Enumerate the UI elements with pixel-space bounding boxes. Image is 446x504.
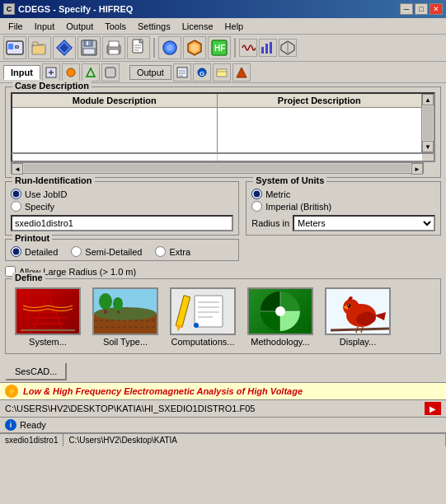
toolbar-small-2[interactable] (62, 63, 80, 82)
minimize-button[interactable]: ─ (400, 3, 413, 15)
toolbar-wave-btn[interactable] (239, 39, 257, 57)
status-icon: ⚡ (5, 385, 18, 398)
svg-rect-25 (265, 44, 268, 54)
detailed-radio[interactable] (11, 246, 21, 257)
define-method-label: Methodology... (251, 337, 309, 347)
module-desc-input[interactable] (12, 108, 217, 151)
title-bar-text: C CDEGS - Specify - HIFREQ (3, 3, 133, 15)
define-comp-label: Computations... (171, 337, 234, 347)
define-soil-img (92, 287, 158, 335)
toolbar-doc-btn[interactable] (127, 36, 150, 59)
window-title: CDEGS - Specify - HIFREQ (18, 4, 133, 14)
specify-row: Specify (11, 201, 233, 212)
project-desc-input[interactable] (218, 108, 422, 151)
toolbar-open-btn[interactable] (28, 36, 51, 59)
svg-marker-42 (237, 68, 246, 77)
toolbar-small-3[interactable] (82, 63, 100, 82)
scroll-down[interactable]: ▼ (422, 141, 434, 152)
toolbar-hex-btn[interactable] (183, 36, 206, 59)
svg-rect-33 (106, 68, 115, 77)
define-method-img (247, 287, 313, 335)
menu-output[interactable]: Output (61, 20, 98, 33)
units-radios: Metric Imperial (British) (251, 189, 435, 212)
svg-text:HF: HF (214, 44, 225, 53)
menu-file[interactable]: File (3, 20, 28, 33)
toolbar-3d-btn[interactable] (279, 39, 297, 57)
toolbar-green-btn[interactable]: HF (208, 36, 231, 59)
semi-detailed-radio[interactable] (71, 246, 82, 257)
toolbar-output-4[interactable] (232, 63, 251, 82)
info-icon: i (5, 419, 16, 431)
imperial-radio[interactable] (251, 201, 262, 212)
define-title: Define (12, 273, 45, 282)
metric-radio[interactable] (251, 189, 262, 199)
menu-settings[interactable]: Settings (133, 20, 176, 33)
toolbar-output-3[interactable] (213, 63, 231, 82)
hscroll-left[interactable]: ◄ (12, 163, 23, 175)
svg-rect-9 (83, 49, 95, 54)
radius-label: Radius in (251, 218, 289, 228)
semi-detailed-label: Semi-Detailed (85, 247, 142, 257)
svg-rect-40 (217, 69, 227, 77)
metric-row: Metric (251, 189, 435, 199)
status-message-bar: ⚡ Low & High Frequency Electromagnetic A… (0, 382, 446, 400)
printout-group: Printout Detailed Semi-Detailed (5, 239, 239, 261)
menu-help[interactable]: Help (220, 20, 249, 33)
jobid-input[interactable] (11, 215, 233, 231)
toolbar-output-1[interactable] (173, 63, 191, 82)
menu-license[interactable]: License (177, 20, 218, 33)
tab-input[interactable]: Input (3, 65, 40, 80)
case-description-title: Case Description (12, 81, 92, 91)
hscroll-right[interactable]: ► (411, 163, 423, 175)
define-display[interactable]: Display... (321, 287, 395, 347)
define-soil-label: Soil Type... (103, 337, 148, 347)
toolbar-chart-btn[interactable] (259, 39, 277, 57)
close-button[interactable]: ✕ (430, 3, 443, 15)
tab-output[interactable]: Output (129, 65, 171, 80)
specify-radio[interactable] (11, 201, 21, 212)
svg-rect-10 (87, 41, 88, 45)
toolbar-id-btn[interactable]: ID (3, 36, 26, 59)
define-system-label: System... (29, 337, 67, 347)
svg-point-76 (348, 305, 350, 306)
toolbar-circle-btn[interactable] (158, 36, 181, 59)
printout-title: Printout (12, 233, 52, 243)
detailed-label: Detailed (25, 247, 58, 257)
toolbar-print-btn[interactable] (102, 36, 125, 59)
run-id-section: Run-Identification Use JobID Specify (5, 181, 239, 264)
sescad-button[interactable]: SesCAD... (5, 362, 67, 380)
use-jobid-radio[interactable] (11, 189, 21, 199)
menu-input[interactable]: Input (30, 20, 59, 33)
svg-rect-12 (109, 41, 119, 47)
svg-text:G: G (200, 70, 204, 77)
ready-bar: i Ready (0, 418, 446, 433)
define-computations[interactable]: Computations... (166, 287, 240, 347)
module-desc-header: Module Description (12, 94, 217, 108)
define-system[interactable]: System... (11, 287, 85, 347)
toolbar-diamond-btn[interactable] (53, 36, 76, 59)
semi-detailed-row: Semi-Detailed (71, 246, 142, 257)
svg-point-66 (194, 323, 199, 328)
define-soil[interactable]: Soil Type... (88, 287, 162, 347)
toolbar-sep-1 (153, 38, 155, 58)
main-content: Case Description Module Description Proj… (0, 83, 446, 361)
toolbar-small-4[interactable] (101, 63, 120, 82)
radius-select[interactable]: Meters Feet Inches (293, 215, 435, 231)
toolbar-save-btn[interactable] (77, 36, 101, 59)
toolbar-output-2[interactable]: G (193, 63, 211, 82)
svg-point-55 (113, 297, 123, 310)
scroll-up[interactable]: ▲ (422, 94, 434, 105)
maximize-button[interactable]: □ (415, 3, 428, 15)
menu-tools[interactable]: Tools (100, 20, 131, 33)
run-id-group: Run-Identification Use JobID Specify (5, 181, 239, 236)
toolbar-small-1[interactable] (42, 63, 60, 82)
two-col-section: Run-Identification Use JobID Specify (5, 181, 441, 264)
status-right: C:\Users\HV2\Desktop\KATIA (63, 434, 446, 446)
svg-line-80 (331, 329, 389, 330)
filepath-icon: ▶ (425, 402, 441, 415)
extra-radio[interactable] (155, 246, 166, 257)
imperial-row: Imperial (British) (251, 201, 435, 212)
define-methodology[interactable]: Methodology... (243, 287, 317, 347)
svg-rect-4 (33, 42, 38, 45)
svg-rect-26 (270, 42, 272, 54)
